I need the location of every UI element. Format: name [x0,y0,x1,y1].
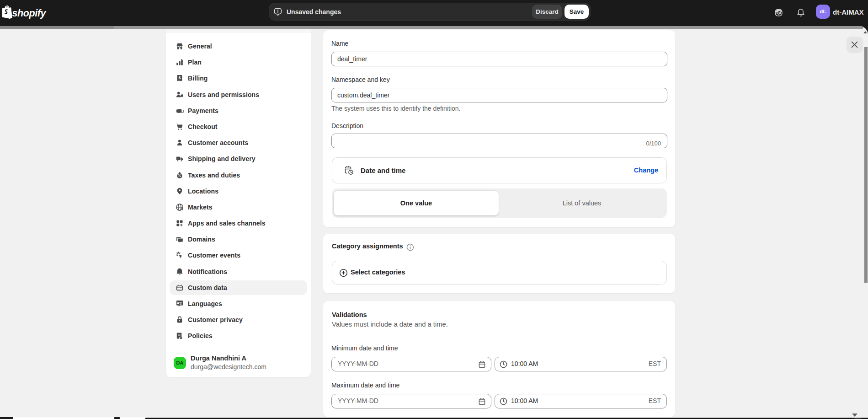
svg-text:文: 文 [179,301,182,305]
svg-text:$: $ [179,75,181,80]
svg-text:shopify: shopify [12,8,47,19]
svg-text:$: $ [181,207,183,211]
